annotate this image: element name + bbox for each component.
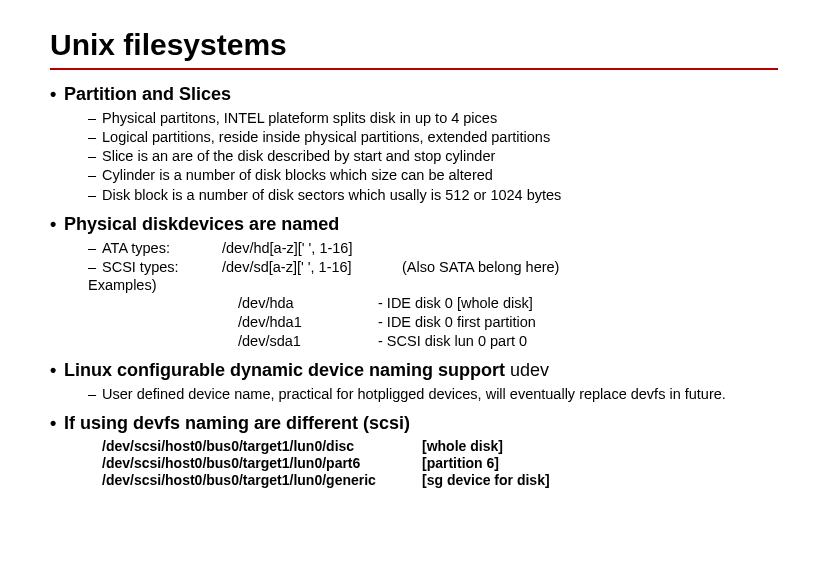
heading-text-prefix: Linux configurable dynamic device naming… [64,360,510,380]
type-label: ATA types: [102,239,222,257]
item-text: Cylinder is a number of disk blocks whic… [102,167,493,183]
type-row: – ATA types: /dev/hd[a-z][' ', 1-16] [50,239,778,257]
list-item: –Cylinder is a number of disk blocks whi… [50,166,778,184]
list-item: –Logical partitions, reside inside physi… [50,128,778,146]
example-desc: - SCSI disk lun 0 part 0 [378,332,778,350]
item-text: User defined device name, practical for … [102,386,726,402]
list-item: –Slice is an are of the disk described b… [50,147,778,165]
devfs-desc: [partition 6] [422,455,778,471]
example-row: /dev/sda1 - SCSI disk lun 0 part 0 [50,332,778,350]
section-heading-partition: • Partition and Slices [50,84,778,105]
examples-label: Examples) [50,277,778,293]
dash-icon: – [88,147,96,165]
item-text: Slice is an are of the disk described by… [102,148,495,164]
type-row: – SCSI types: /dev/sd[a-z][' ', 1-16] (A… [50,258,778,276]
slide-title: Unix filesystems [50,28,778,62]
item-text: Physical partitons, INTEL plateform spli… [102,110,497,126]
type-pattern: /dev/sd[a-z][' ', 1-16] [222,258,402,276]
example-desc: - IDE disk 0 first partition [378,313,778,331]
bullet-icon: • [50,360,56,381]
list-item: –User defined device name, practical for… [50,385,778,403]
devfs-row: /dev/scsi/host0/bus0/target1/lun0/disc [… [50,438,778,454]
heading-text: If using devfs naming are different (scs… [64,413,410,433]
dash-icon: – [50,239,102,257]
bullet-icon: • [50,214,56,235]
bullet-icon: • [50,413,56,434]
section-heading-diskdevices: • Physical diskdevices are named [50,214,778,235]
type-note [402,239,778,257]
dash-icon: – [50,258,102,276]
devfs-path: /dev/scsi/host0/bus0/target1/lun0/generi… [102,472,422,488]
example-row: /dev/hda1 - IDE disk 0 first partition [50,313,778,331]
list-item: –Disk block is a number of disk sectors … [50,186,778,204]
type-pattern: /dev/hd[a-z][' ', 1-16] [222,239,402,257]
example-row: /dev/hda - IDE disk 0 [whole disk] [50,294,778,312]
item-text: Disk block is a number of disk sectors w… [102,187,561,203]
bullet-icon: • [50,84,56,105]
heading-text: Partition and Slices [64,84,231,104]
dash-icon: – [88,128,96,146]
example-desc: - IDE disk 0 [whole disk] [378,294,778,312]
slide: Unix filesystems • Partition and Slices … [0,0,818,509]
dash-icon: – [88,109,96,127]
heading-text: Physical diskdevices are named [64,214,339,234]
heading-text-suffix: udev [510,360,549,380]
devfs-path: /dev/scsi/host0/bus0/target1/lun0/disc [102,438,422,454]
section-heading-devfs: • If using devfs naming are different (s… [50,413,778,434]
dash-icon: – [88,186,96,204]
section-heading-linux: • Linux configurable dynamic device nami… [50,360,778,381]
type-note: (Also SATA belong here) [402,258,778,276]
title-rule [50,68,778,70]
devfs-row: /dev/scsi/host0/bus0/target1/lun0/generi… [50,472,778,488]
type-label: SCSI types: [102,258,222,276]
example-dev: /dev/hda1 [238,313,378,331]
item-text: Logical partitions, reside inside physic… [102,129,550,145]
devfs-row: /dev/scsi/host0/bus0/target1/lun0/part6 … [50,455,778,471]
list-item: –Physical partitons, INTEL plateform spl… [50,109,778,127]
dash-icon: – [88,385,96,403]
devfs-path: /dev/scsi/host0/bus0/target1/lun0/part6 [102,455,422,471]
devfs-desc: [whole disk] [422,438,778,454]
example-dev: /dev/sda1 [238,332,378,350]
dash-icon: – [88,166,96,184]
example-dev: /dev/hda [238,294,378,312]
devfs-desc: [sg device for disk] [422,472,778,488]
